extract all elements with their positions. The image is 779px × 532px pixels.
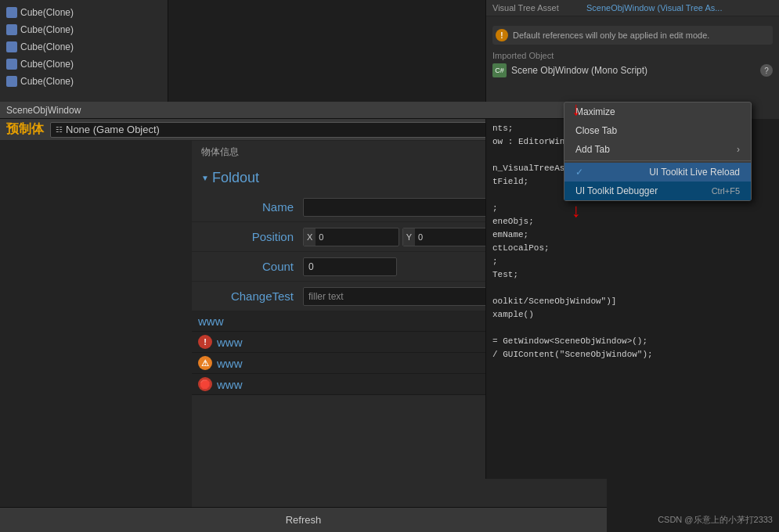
shortcut-label: Ctrl+F5 — [712, 186, 740, 196]
warning-icon: ! — [496, 29, 508, 41]
code-line: xample() — [492, 308, 773, 322]
www-plain-text: www — [198, 315, 224, 328]
y-value: 0 — [415, 232, 426, 242]
ui-toolkit-live-reload-item[interactable]: ✓ UI Toolkit Live Reload — [564, 163, 751, 182]
name-label: Name — [201, 200, 303, 214]
list-item[interactable]: Cube(Clone) — [6, 38, 161, 56]
cube-icon — [6, 76, 17, 87]
x-label: X — [304, 228, 316, 246]
item-label: Cube(Clone) — [20, 41, 74, 52]
list-item[interactable]: Cube(Clone) — [6, 4, 161, 21]
visual-tree-row: Visual Tree Asset SceneObjWindow (Visual… — [486, 0, 779, 16]
code-line: Test; — [492, 268, 773, 282]
item-label: Cube(Clone) — [20, 76, 74, 87]
error-icon: ! — [198, 335, 212, 349]
imported-obj-label: Imported Object — [492, 51, 773, 60]
watermark: CSDN @乐意上的小茅打2333 — [658, 514, 773, 526]
y-field[interactable]: Y 0 — [402, 228, 499, 246]
x-field[interactable]: X 0 — [303, 228, 399, 246]
changetest-label: ChangeTest — [201, 289, 303, 303]
foldout-label: Foldout — [212, 170, 259, 186]
none-game-object: None (Game Object) — [66, 124, 160, 135]
www-stop-text: www — [217, 378, 243, 391]
maximize-label: Maximize — [575, 106, 615, 117]
list-item[interactable]: Cube(Clone) — [6, 56, 161, 73]
visual-tree-label: Visual Tree Asset — [492, 3, 586, 13]
close-tab-label: Close Tab — [575, 125, 617, 136]
window-title: SceneObjWindow — [6, 105, 560, 116]
imported-obj-row: C# Scene ObjWindow (Mono Script) ? — [492, 63, 773, 77]
stop-icon: 🛑 — [198, 377, 212, 391]
www-error-text: www — [217, 336, 243, 349]
left-sidebar — [0, 141, 192, 532]
list-item[interactable]: Cube(Clone) — [6, 21, 161, 38]
code-line: ctLocalPos; — [492, 242, 773, 255]
ui-toolkit-debugger-item[interactable]: UI Toolkit Debugger Ctrl+F5 — [564, 182, 751, 200]
code-line: emName; — [492, 228, 773, 242]
game-object-field[interactable]: ☷ None (Game Object) — [50, 122, 529, 138]
cube-icon — [6, 59, 17, 70]
count-label: Count — [201, 260, 303, 273]
add-tab-menu-item[interactable]: Add Tab › — [564, 140, 751, 159]
code-line: oolkit/SceneObjWindow")] — [492, 295, 773, 308]
list-item[interactable]: Cube(Clone) — [6, 73, 161, 90]
cube-icon — [6, 7, 17, 18]
item-label: Cube(Clone) — [20, 7, 74, 18]
warning-row: ! Default references will only be applie… — [492, 26, 773, 45]
code-line: / GUIContent("SceneObjWindow"); — [492, 348, 773, 361]
menu-separator — [564, 160, 751, 161]
x-value: 0 — [316, 232, 326, 242]
count-input[interactable] — [303, 257, 397, 276]
cube-icon — [6, 41, 17, 52]
ui-toolkit-live-reload-label: UI Toolkit Live Reload — [649, 167, 740, 178]
visual-tree-value: SceneObjWindow (Visual Tree As... — [586, 3, 773, 13]
hierarchy-panel: Cube(Clone) Cube(Clone) Cube(Clone) Cube… — [0, 0, 168, 102]
inspector-content: ! Default references will only be applie… — [486, 16, 779, 82]
check-icon: ✓ — [575, 167, 583, 178]
refresh-button[interactable]: Refresh — [286, 514, 322, 526]
code-line — [492, 282, 773, 295]
item-label: Cube(Clone) — [20, 24, 74, 35]
maximize-menu-item[interactable]: Maximize — [564, 102, 751, 121]
position-label: Position — [201, 230, 303, 243]
warning-icon: ⚠ — [198, 356, 212, 370]
foldout-arrow-icon: ▼ — [201, 174, 209, 182]
arrow-right-icon: › — [737, 144, 740, 155]
www-warning-text: www — [217, 357, 243, 370]
window-titlebar: SceneObjWindow ⋮ □ × — [0, 102, 607, 119]
add-tab-label: Add Tab — [575, 144, 610, 155]
warning-text: Default references will only be applied … — [513, 31, 709, 40]
imported-obj-name: Scene ObjWindow (Mono Script) — [511, 65, 756, 76]
code-line — [492, 322, 773, 335]
field-icon: ☷ — [56, 125, 63, 134]
code-line: ; — [492, 202, 773, 215]
help-button[interactable]: ? — [760, 64, 773, 77]
refresh-bar: Refresh — [0, 507, 607, 532]
item-label: Cube(Clone) — [20, 59, 74, 70]
code-line: = GetWindow<SceneObjWindow>(); — [492, 335, 773, 348]
context-menu: Maximize Close Tab Add Tab › ✓ UI Toolki… — [564, 102, 752, 201]
script-icon: C# — [492, 63, 507, 77]
close-tab-menu-item[interactable]: Close Tab — [564, 121, 751, 140]
ui-toolkit-debugger-label: UI Toolkit Debugger — [575, 185, 658, 196]
code-line: ; — [492, 255, 773, 268]
y-label: Y — [403, 228, 415, 246]
cube-icon — [6, 24, 17, 35]
prefab-label: 预制体 — [6, 121, 44, 138]
code-line: eneObjs; — [492, 215, 773, 228]
